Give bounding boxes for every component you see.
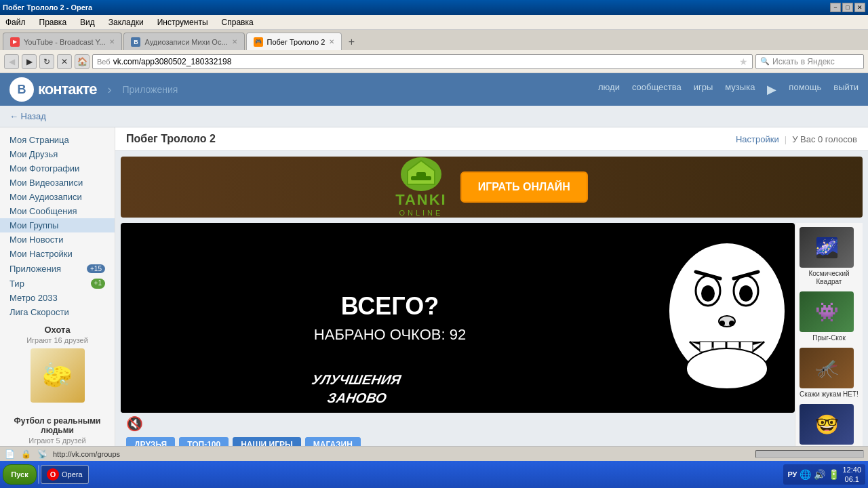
rec1-image: 🧽 — [31, 348, 85, 403]
bottom-tab-shop[interactable]: МАГАЗИН — [305, 437, 361, 446]
bottom-tab-top100[interactable]: ТОП-100 — [179, 437, 229, 446]
taskbar-opera[interactable]: O Opera — [41, 465, 89, 484]
game-thumb-title-2: Прыг-Скок — [800, 334, 859, 342]
tab-close-game[interactable]: ✕ — [329, 38, 334, 45]
vk-back-bar: ← Назад — [0, 106, 868, 127]
svg-point-6 — [701, 285, 715, 302]
vk-apps-label[interactable]: Приложения — [122, 84, 178, 95]
game-canvas: ВСЕГО? НАБРАНО ОЧКОВ: 92 УЛУЧШЕНИЯ ЗАНОВ… — [121, 223, 795, 413]
sidebar-link-audio[interactable]: Мои Аудиозаписи — [0, 190, 115, 204]
taskbar-opera-label: Opera — [62, 470, 83, 479]
vk-main: Побег Трололо 2 Настройки | У Вас 0 голо… — [115, 127, 868, 446]
game-thumb-img-3: 🦟 — [800, 348, 854, 388]
sidebar-link-videos[interactable]: Мои Видеозаписи — [0, 176, 115, 190]
tanki-logo-icon — [401, 157, 441, 191]
address-text: vk.com/app3080502_180332198 — [113, 57, 736, 66]
back-to-vk-button[interactable]: ← Назад — [9, 111, 46, 121]
menu-bar: Файл Правка Вид Закладки Инструменты Спр… — [0, 15, 868, 30]
header-link-games[interactable]: игры — [694, 82, 713, 97]
menu-tools[interactable]: Инструменты — [155, 16, 211, 28]
protocol-label: Веб — [97, 58, 111, 66]
sidebar-game-metro-label: Метро 2033 — [9, 293, 58, 303]
sidebar-game-tir[interactable]: Тир +1 — [0, 277, 115, 291]
game-thumb-1[interactable]: 🌌 Космический Квадрат — [800, 227, 859, 286]
close-button[interactable]: ✕ — [854, 3, 865, 12]
game-thumb-4[interactable]: 🤓 Полет Ботана — [800, 404, 859, 446]
tanki-play-button[interactable]: ИГРАТЬ ОНЛАЙН — [460, 171, 588, 203]
sidebar-link-photos[interactable]: Мои Фотографии — [0, 161, 115, 176]
menu-view[interactable]: Вид — [77, 16, 98, 28]
game-thumb-img-2: 👾 — [800, 291, 854, 332]
menu-help[interactable]: Справка — [219, 16, 256, 28]
sidebar-link-groups[interactable]: Мои Группы — [0, 218, 115, 232]
bottom-tab-ourgames[interactable]: НАШИ ИГРЫ — [233, 437, 301, 446]
svg-point-16 — [719, 321, 725, 326]
window-controls: − □ ✕ — [830, 3, 865, 12]
rec1-title: Охота — [9, 325, 105, 335]
vk-inner: Моя Страница Мои Друзья Мои Фотографии М… — [0, 127, 868, 446]
game-thumb-3[interactable]: 🦟 Скажи жукам НЕТ! — [800, 348, 859, 399]
app-settings-link[interactable]: Настройки — [736, 134, 779, 144]
sidebar-game-tir-badge: +1 — [91, 279, 105, 289]
bottom-tab-friends[interactable]: ДРУЗЬЯ — [126, 437, 175, 446]
taskbar-sep — [38, 465, 39, 484]
sidebar-rec2: Футбол с реальными людьми Играют 5 друзе… — [0, 411, 115, 446]
header-link-people[interactable]: люди — [598, 82, 620, 97]
address-bar: Веб vk.com/app3080502_180332198 ★ — [92, 54, 753, 69]
tray-icon-sound[interactable]: 🔊 — [814, 469, 825, 480]
sidebar-link-messages[interactable]: Мои Сообщения — [0, 204, 115, 218]
tanki-banner[interactable]: TANKI ONLINE ИГРАТЬ ОНЛАЙН — [121, 157, 863, 218]
sidebar-game-metro[interactable]: Метро 2033 — [0, 291, 115, 305]
window-title: Побег Трололо 2 - Opera — [3, 3, 92, 12]
sidebar-apps-label[interactable]: Приложения — [9, 264, 61, 274]
tab-close-vk2[interactable]: ✕ — [232, 38, 237, 45]
minimize-button[interactable]: − — [830, 3, 841, 12]
header-link-music[interactable]: музыка — [725, 82, 755, 97]
header-link-communities[interactable]: сообщества — [632, 82, 682, 97]
back-button[interactable]: ◀ — [4, 54, 19, 69]
tray-icon-net[interactable]: 🌐 — [800, 469, 811, 480]
overlay-text1: УЛУЧШЕНИЯ — [311, 372, 402, 388]
tab-game[interactable]: 🎮 Побег Трололо 2 ✕ — [246, 33, 342, 50]
search-bar[interactable]: 🔍 Искать в Яндекс — [755, 54, 864, 69]
sound-button[interactable]: 🔇 — [126, 415, 143, 432]
game-overlay: УЛУЧШЕНИЯ ЗАНОВО — [121, 365, 593, 413]
scroll-bar[interactable] — [755, 450, 864, 458]
tab-vk2[interactable]: В Аудиозаписи Михи Ос... ✕ — [123, 33, 244, 50]
tab-close-yt[interactable]: ✕ — [109, 38, 115, 45]
header-more-icon[interactable]: ▶ — [767, 82, 776, 97]
home-button[interactable]: 🏠 — [75, 54, 90, 69]
game-bottom-controls: 🔇 — [121, 413, 795, 434]
game-text-main: ВСЕГО? — [341, 292, 439, 321]
game-thumb-title-3: Скажи жукам НЕТ! — [800, 390, 859, 399]
tray-icon-battery[interactable]: 🔋 — [828, 469, 840, 480]
sidebar-link-mypage[interactable]: Моя Страница — [0, 133, 115, 147]
tab-youtube[interactable]: ▶ YouTube - Broadcast Y... ✕ — [3, 33, 122, 50]
game-thumb-2[interactable]: 👾 Прыг-Скок — [800, 291, 859, 342]
app-header-right: Настройки | У Вас 0 голосов — [736, 134, 857, 144]
stop-button[interactable]: ✕ — [57, 54, 72, 69]
tray-icon-lang[interactable]: РУ — [787, 470, 797, 479]
start-button[interactable]: Пуск — [3, 464, 37, 485]
vk-header: В контакте › Приложения люди сообщества … — [0, 73, 868, 106]
maximize-button[interactable]: □ — [842, 3, 853, 12]
game-thumb-img-1: 🌌 — [800, 227, 854, 268]
bottom-tabs: ДРУЗЬЯ ТОП-100 НАШИ ИГРЫ МАГАЗИН — [121, 434, 795, 446]
menu-file[interactable]: Файл — [3, 16, 28, 28]
sidebar-link-news[interactable]: Мои Новости — [0, 232, 115, 247]
sidebar-link-friends[interactable]: Мои Друзья — [0, 147, 115, 161]
menu-edit[interactable]: Правка — [37, 16, 70, 28]
menu-bookmarks[interactable]: Закладки — [106, 16, 146, 28]
new-tab-button[interactable]: + — [343, 34, 359, 50]
vk-logo: В контакте — [9, 77, 96, 102]
reload-button[interactable]: ↻ — [39, 54, 54, 69]
header-link-exit[interactable]: выйти — [833, 82, 859, 97]
bookmark-star[interactable]: ★ — [739, 56, 748, 67]
game-thumb-img-4: 🤓 — [800, 404, 854, 445]
sidebar-link-settings[interactable]: Мои Настройки — [0, 247, 115, 261]
separator: | — [785, 134, 787, 144]
sidebar-game-liga[interactable]: Лига Скорости — [0, 305, 115, 319]
header-link-help[interactable]: помощь — [789, 82, 821, 97]
forward-button[interactable]: ▶ — [22, 54, 37, 69]
tanki-logo-sub: ONLINE — [399, 209, 443, 217]
